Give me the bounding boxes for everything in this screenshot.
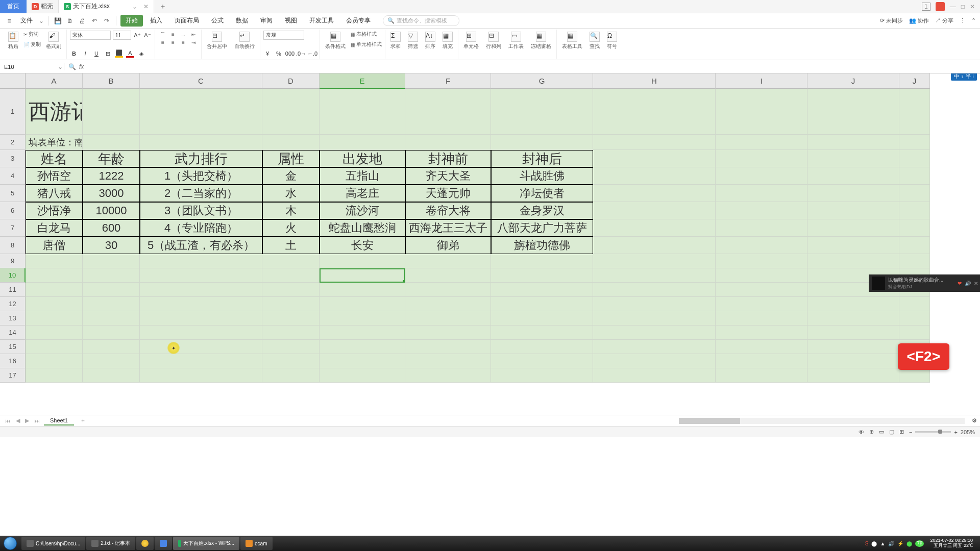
cell[interactable] (593, 325, 716, 340)
cell[interactable]: 10000 (83, 202, 140, 219)
cell[interactable]: 1（头把交椅） (140, 167, 262, 185)
comma-icon[interactable]: 000 (286, 49, 294, 58)
cell[interactable]: 年龄 (83, 150, 140, 167)
cell[interactable] (491, 89, 593, 135)
tab-doc-template[interactable]: D 稻壳 (27, 0, 59, 13)
cell[interactable]: 孙悟空 (26, 167, 83, 185)
volume-icon[interactable]: 🔊 (965, 281, 971, 286)
row-header[interactable]: 2 (0, 135, 26, 150)
first-sheet-icon[interactable]: ⏮ (4, 418, 12, 424)
cell[interactable] (83, 311, 140, 325)
cell[interactable] (899, 311, 930, 325)
view-break-icon[interactable]: ⊞ (899, 429, 904, 435)
music-widget[interactable]: 以猫咪为灵感的歌曲合... 抖音热歌DJ ❤ 🔊 ✕ (869, 274, 980, 292)
cell[interactable]: 火 (262, 219, 320, 237)
cell[interactable] (405, 297, 491, 311)
cell[interactable] (320, 283, 405, 297)
fill-button[interactable]: ▦填充 (440, 31, 455, 51)
cell[interactable] (262, 340, 320, 354)
cell[interactable] (83, 297, 140, 311)
cell[interactable]: 齐天大圣 (405, 167, 491, 185)
cell[interactable] (140, 354, 262, 368)
freeze-button[interactable]: ▦冻结窗格 (529, 31, 553, 51)
menu-data[interactable]: 数据 (231, 15, 253, 27)
last-sheet-icon[interactable]: ⏭ (33, 418, 41, 424)
cell[interactable] (405, 354, 491, 368)
cell[interactable]: 猪八戒 (26, 185, 83, 202)
cell[interactable] (807, 354, 899, 368)
cell[interactable] (83, 325, 140, 340)
cell[interactable] (320, 135, 405, 150)
cell[interactable] (593, 354, 716, 368)
increase-font-icon[interactable]: A⁺ (133, 31, 141, 39)
cell[interactable] (716, 268, 807, 283)
cell[interactable]: 旃檀功德佛 (491, 237, 593, 254)
cell[interactable] (716, 135, 807, 150)
cell[interactable]: 3（团队文书） (140, 202, 262, 219)
search-input[interactable]: 🔍 查找命令、搜索模板 (383, 15, 459, 26)
cell[interactable] (83, 368, 140, 383)
cell[interactable] (262, 368, 320, 383)
cell[interactable] (320, 368, 405, 383)
wrap-button[interactable]: ↵自动换行 (232, 31, 257, 51)
cell[interactable] (899, 237, 930, 254)
cell[interactable]: 木 (262, 202, 320, 219)
cell[interactable]: 600 (83, 219, 140, 237)
view-icon[interactable]: 👁 (859, 429, 864, 435)
cell[interactable]: 斗战胜佛 (491, 167, 593, 185)
cell[interactable] (26, 354, 83, 368)
row-header[interactable]: 3 (0, 150, 26, 167)
cell[interactable] (807, 167, 899, 185)
cell[interactable] (807, 311, 899, 325)
cell[interactable] (716, 237, 807, 254)
cell[interactable] (807, 297, 899, 311)
sheet-tab[interactable]: Sheet1 (44, 416, 74, 425)
cell[interactable] (593, 202, 716, 219)
cell[interactable] (405, 311, 491, 325)
column-header[interactable]: H (593, 73, 716, 89)
cell[interactable] (83, 135, 140, 150)
column-header[interactable]: B (83, 73, 140, 89)
cell[interactable]: 4（专业陪跑） (140, 219, 262, 237)
column-header[interactable]: D (262, 73, 320, 89)
row-header[interactable]: 6 (0, 202, 26, 219)
column-header[interactable]: E (320, 73, 405, 89)
row-header[interactable]: 4 (0, 167, 26, 185)
menu-dev[interactable]: 开发工具 (304, 15, 339, 27)
column-header[interactable]: F (405, 73, 491, 89)
indent-dec-icon[interactable]: ⇤ (189, 31, 198, 38)
wps-badge[interactable] (936, 2, 945, 11)
row-header[interactable]: 13 (0, 311, 26, 325)
cell[interactable] (491, 340, 593, 354)
cell[interactable] (491, 311, 593, 325)
cell[interactable] (26, 268, 83, 283)
collab-button[interactable]: 👥 协作 (909, 17, 929, 24)
close-music-icon[interactable]: ✕ (974, 281, 978, 286)
cell[interactable]: 唐僧 (26, 237, 83, 254)
tabletool-button[interactable]: ▦表格工具 (560, 31, 584, 51)
hamburger-icon[interactable]: ≡ (4, 16, 14, 26)
cell[interactable]: 2（二当家的） (140, 185, 262, 202)
cell[interactable] (320, 268, 405, 283)
cell[interactable] (807, 219, 899, 237)
column-header[interactable]: J (899, 73, 930, 89)
cell[interactable]: 出发地 (320, 150, 405, 167)
cell[interactable] (807, 150, 899, 167)
cell[interactable] (807, 254, 899, 268)
effects-button[interactable]: ◈ (137, 49, 145, 58)
tab-home[interactable]: 首页 (0, 0, 27, 13)
row-header[interactable]: 16 (0, 354, 26, 368)
cell[interactable] (491, 325, 593, 340)
formatbrush-button[interactable]: 🖌格式刷 (44, 31, 63, 51)
print-preview-icon[interactable]: 🗎 (65, 16, 75, 26)
menu-view[interactable]: 视图 (280, 15, 302, 27)
cell[interactable] (140, 368, 262, 383)
cell[interactable]: 五指山 (320, 167, 405, 185)
cellstyle-button[interactable]: ▦ 单元格样式 (351, 41, 382, 48)
cell[interactable] (140, 135, 262, 150)
cell[interactable] (262, 283, 320, 297)
cell[interactable] (320, 254, 405, 268)
cell[interactable] (593, 368, 716, 383)
cell[interactable] (593, 254, 716, 268)
merge-button[interactable]: ⊟合并居中 (205, 31, 229, 51)
